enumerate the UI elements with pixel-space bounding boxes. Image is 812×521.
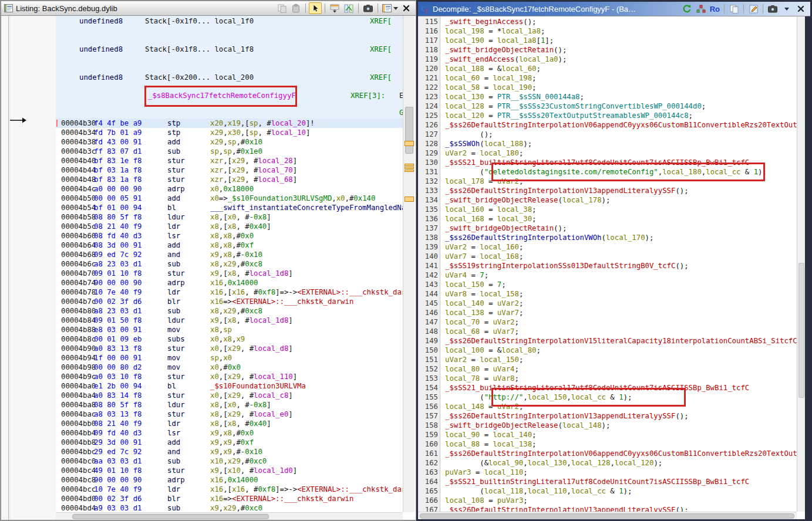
- listing-row[interactable]: 00004b38fd 43 00 91addx29,sp,#0x10: [56, 137, 403, 147]
- copy-icon[interactable]: [727, 3, 740, 15]
- decompiler-titlebar[interactable]: Cf Decompile: _$s8BackSync17fetchRemoteC…: [418, 2, 810, 16]
- bookmark-marker[interactable]: [405, 197, 414, 202]
- bookmark-marker-stack[interactable]: [405, 164, 414, 172]
- decompiler-line[interactable]: 135local_160 = local_38;: [418, 205, 537, 214]
- decompiler-line[interactable]: 126_$ss26DefaultStringInterpolationV06ap…: [418, 120, 797, 130]
- listing-content[interactable]: undefined8Stack[-0x1f0... local_1f0XREF[…: [56, 16, 403, 512]
- close-icon[interactable]: [794, 3, 807, 15]
- decompiler-line[interactable]: 129uVar2 = local_180;: [418, 148, 523, 158]
- decompiler-code[interactable]: 115_swift_beginAccess();116local_198 = *…: [418, 16, 797, 512]
- decompiler-line[interactable]: 137_swift_bridgeObjectRetain();: [418, 224, 567, 233]
- decompiler-line[interactable]: 144uVar8 = local_158;: [418, 289, 523, 299]
- listing-row[interactable]: 00004b7490 00 00 90adrpx16,0x14000: [56, 278, 403, 287]
- decompiler-line[interactable]: 125local_120 = PTR__$sSSs20TextOutputStr…: [418, 111, 693, 120]
- listing-row[interactable]: 00004bc449 01 10 f8sturx9,[x10, #local_1…: [56, 466, 403, 475]
- cursor-select-icon[interactable]: [309, 2, 322, 14]
- decompiler-line[interactable]: 164_$sSS21_builtinStringLiteral17utf8Cod…: [418, 477, 749, 486]
- decompiler-line[interactable]: 154_$sSS21_builtinStringLiteral17utf8Cod…: [418, 383, 749, 393]
- listing-row[interactable]: 00004bb829 3d 00 91addx9,x9,#0xf: [56, 438, 403, 447]
- decompiler-horizontal-scrollbar[interactable]: [418, 512, 797, 519]
- decompiler-line[interactable]: 136local_168 = local_30;: [418, 214, 537, 224]
- listing-row[interactable]: 00004b6408 3d 00 91addx8,x8,#0xf: [56, 241, 403, 250]
- edit-icon[interactable]: [747, 3, 760, 15]
- decompiler-vertical-scrollbar[interactable]: [797, 16, 805, 512]
- decompiler-line[interactable]: 117local_190 = local_1a8[1];: [418, 36, 554, 45]
- listing-row[interactable]: 00004b6008 fd 40 d3lsrx8,x8,#0x0: [56, 231, 403, 241]
- snapshot-camera-icon[interactable]: [362, 2, 375, 14]
- decompiler-line[interactable]: 132local_178 = uVar2;: [418, 177, 523, 186]
- decompiler-line[interactable]: 143local_150 = 7;: [418, 280, 506, 289]
- decompiler-line[interactable]: 157_$ss26DefaultStringInterpolationV13ap…: [418, 411, 689, 421]
- decompiler-line[interactable]: 167_$ss26DefaultStringInterpolationV13ap…: [418, 505, 689, 512]
- close-icon[interactable]: [400, 2, 413, 14]
- decompiler-line[interactable]: 165 (local_118,local_110,local_cc & 1);: [418, 486, 632, 496]
- listing-row[interactable]: 00004b7c00 02 3f d6blrx16=><EXTERNAL>::_…: [56, 297, 403, 306]
- listing-row[interactable]: 00004b3cff 83 07 d1subsp,sp,#0x1e0: [56, 147, 403, 156]
- listing-row[interactable]: 00004bd4a9 03 03 d1subx9,x29,#0xc0: [56, 503, 403, 512]
- decompiler-line[interactable]: 139uVar2 = local_160;: [418, 242, 523, 252]
- copy-icon[interactable]: [275, 2, 288, 14]
- listing-row[interactable]: 00004bcc10 7e 40 f9ldrx16,[x16, #0xf8]=>…: [56, 485, 403, 494]
- decompiler-line[interactable]: 145local_140 = uVar2;: [418, 299, 523, 308]
- listing-row[interactable]: 00004bc0aa 03 03 d1subx10,x29,#0xc0: [56, 456, 403, 466]
- decompiler-line[interactable]: 146local_138 = uVar7;: [418, 308, 523, 317]
- listing-row[interactable]: 00004b40bf 83 1e f8sturxzr,[x29, #local_…: [56, 156, 403, 165]
- listing-row[interactable]: 00004b7810 7e 40 f9ldrx16,[x16, #0xf8]=>…: [56, 287, 403, 297]
- decompiler-line[interactable]: 122local_58 = local_190;: [418, 83, 537, 92]
- listing-row[interactable]: 00004b8c00 01 09 ebsubsx0,x8,x9: [56, 334, 403, 344]
- listing-row[interactable]: 00004b54bf 01 00 94bl___swift_instantiat…: [56, 203, 403, 212]
- data-type-table-icon[interactable]: [328, 2, 341, 14]
- listing-row[interactable]: 00004bbc29 ed 7c 92andx9,x9,#-0x10: [56, 447, 403, 456]
- edit-fields-icon[interactable]: [342, 2, 355, 14]
- listing-row[interactable]: 00004b5000 00 05 91addx0=>_$s10Foundatio…: [56, 194, 403, 203]
- listing-display-icon[interactable]: [381, 2, 399, 14]
- decompiler-line[interactable]: 147local_70 = uVar2;: [418, 317, 519, 327]
- decompiler-line[interactable]: 140uVar7 = local_168;: [418, 252, 523, 261]
- scrollbar-thumb[interactable]: [405, 107, 413, 154]
- decompiler-line[interactable]: 153local_78 = uVar8;: [418, 374, 519, 383]
- listing-row[interactable]: 00004b5c08 21 40 f9ldrx8,[x8, #0x40]: [56, 222, 403, 231]
- stack-variable-row[interactable]: undefined8Stack[-0x1f0... local_1f0XREF[: [56, 16, 403, 26]
- decompiler-line[interactable]: 152local_80 = uVar4;: [418, 364, 519, 374]
- stack-variable-row[interactable]: undefined8Stack[-0x200... local_200XREF[: [56, 73, 403, 82]
- decompiler-line[interactable]: 162 (&local_90,local_130,local_128,local…: [418, 458, 662, 468]
- scrollbar-thumb[interactable]: [72, 514, 269, 519]
- listing-titlebar[interactable]: Listing: BackSync.debug.dylib: [1, 1, 416, 16]
- stack-variable-row[interactable]: undefined8Stack[-0x1f8... local_1f8XREF[: [56, 45, 403, 54]
- bookmark-marker[interactable]: [405, 141, 414, 146]
- listing-row[interactable]: 00004b7009 01 10 f8sturx9,[x8, #local_1d…: [56, 269, 403, 278]
- decompiler-line[interactable]: 121local_60 = local_198;: [418, 73, 537, 83]
- decompiler-line[interactable]: 120local_188 = &local_60;: [418, 64, 541, 73]
- listing-row[interactable]: 00004b88e8 03 00 91movx8,sp: [56, 325, 403, 334]
- decompiler-line[interactable]: 158_swift_bridgeObjectRelease(local_148)…: [418, 421, 610, 430]
- listing-row[interactable]: 00004b9800 00 80 d2movx0,#0x0: [56, 363, 403, 372]
- decompiler-line[interactable]: 130_$sSS21_builtinStringLiteral17utf8Cod…: [418, 158, 749, 167]
- decompiler-line[interactable]: 148local_68 = uVar7;: [418, 327, 519, 336]
- decompiler-line[interactable]: 128_$sSSWOh(local_188);: [418, 139, 532, 148]
- paste-icon[interactable]: [289, 2, 302, 14]
- listing-row[interactable]: 00004ba0e1 2b 00 94bl_$s10Foundation3URL…: [56, 381, 403, 391]
- decompiler-line[interactable]: 161_$ss26DefaultStringInterpolationV06ap…: [418, 449, 797, 458]
- function-graph-icon[interactable]: [695, 3, 707, 15]
- snapshot-camera-icon[interactable]: [766, 3, 779, 15]
- decompiler-line[interactable]: 142uVar4 = 7;: [418, 270, 488, 280]
- listing-row[interactable]: 00004bd000 02 3f d6blrx16=><EXTERNAL>::_…: [56, 494, 403, 503]
- decompiler-line[interactable]: 127 ();: [418, 130, 493, 139]
- listing-row[interactable]: 00004b6ca8 23 03 d1subx8,x29,#0xc8: [56, 259, 403, 269]
- listing-row[interactable]: 00004b4ca0 00 00 90adrpx0,0x18000: [56, 184, 403, 194]
- refresh-icon[interactable]: [680, 3, 693, 15]
- listing-row[interactable]: 00004ba4a0 83 14 f8sturx0,[x29, #local_c…: [56, 391, 403, 400]
- decompiler-line[interactable]: 155 ("http://",local_150,local_cc & 1);: [418, 393, 632, 402]
- listing-row[interactable]: 00004b30f4 4f be a9stpx20,x19,[sp, #loca…: [56, 119, 403, 128]
- decompiler-line[interactable]: 151uVar2 = local_150;: [418, 355, 523, 364]
- listing-row[interactable]: 00004b6809 ed 7c 92andx9,x8,#-0x10: [56, 250, 403, 259]
- decompiler-line[interactable]: 156local_148 = uVar2;: [418, 402, 523, 411]
- decompiler-line[interactable]: 124local_128 = PTR__$sSSs23CustomStringC…: [418, 102, 706, 111]
- rename-options-button[interactable]: Ro: [709, 5, 721, 13]
- decompiler-line[interactable]: 115_swift_beginAccess();: [418, 17, 536, 26]
- scrollbar-thumb[interactable]: [798, 263, 804, 398]
- decompiler-line[interactable]: 163puVar3 = local_110;: [418, 468, 528, 477]
- listing-row[interactable]: 00004b941f 00 00 91movsp,x0: [56, 353, 403, 363]
- scrollbar-thumb[interactable]: [420, 513, 794, 519]
- decompiler-line[interactable]: 116local_198 = *local_1a8;: [418, 26, 545, 36]
